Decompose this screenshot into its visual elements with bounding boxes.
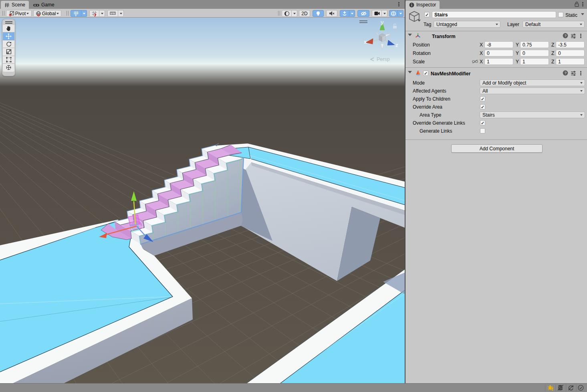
- navmesh-override-area-checkbox[interactable]: ✓: [480, 104, 485, 109]
- navmesh-area-type-dropdown[interactable]: Stairs: [480, 111, 585, 118]
- scale-link-icon[interactable]: [472, 59, 478, 64]
- navmesh-mode-dropdown[interactable]: Add or Modify object: [480, 79, 585, 86]
- eye-slash-icon: [361, 11, 367, 16]
- transform-scale-y-field[interactable]: 1: [520, 58, 549, 65]
- transform-help-icon[interactable]: ?: [563, 33, 568, 38]
- rect-tool[interactable]: [3, 56, 14, 64]
- pivot-label: Pivot: [15, 11, 26, 16]
- navmesh-presets-icon[interactable]: [571, 71, 576, 76]
- axis-x-label: X: [480, 59, 483, 65]
- navmesh-affected-agents-dropdown[interactable]: All: [480, 87, 585, 94]
- navmesh-override-generate-links-checkbox[interactable]: ✓: [480, 120, 485, 125]
- status-bar: [0, 383, 587, 392]
- gizmo-center-cube: [379, 34, 385, 42]
- inspector-menu-icon[interactable]: [582, 2, 583, 7]
- grid-visibility-button[interactable]: Y: [71, 10, 81, 17]
- navmesh-foldout[interactable]: [408, 71, 412, 73]
- tab-inspector[interactable]: Inspector: [405, 1, 440, 9]
- draw-mode-button[interactable]: [282, 10, 292, 17]
- gameobject-name-field[interactable]: Stairs: [432, 11, 556, 18]
- toolbar-drag-handle2[interactable]: [67, 11, 69, 16]
- tools-grip-icon[interactable]: [5, 21, 12, 24]
- effects-icon: [342, 11, 347, 16]
- move-tool[interactable]: [3, 32, 14, 40]
- scale-tool-icon: [6, 49, 12, 55]
- persp-indicator: Persp: [371, 57, 390, 62]
- grid-snap-button[interactable]: [89, 10, 99, 17]
- unity-editor-window: { "scene_panel": { "tabs": [ { "label": …: [0, 0, 587, 392]
- add-component-button[interactable]: Add Component: [451, 144, 543, 153]
- shaded-mode-icon: [284, 11, 290, 16]
- rect-tool-icon: [6, 57, 12, 63]
- inspector-panel: Inspector ✓ Stairs Static Tag Untagged L…: [405, 0, 587, 383]
- scene-tab-menu-icon[interactable]: [398, 2, 399, 7]
- transform-rotation-x-field[interactable]: 0: [484, 50, 513, 57]
- snap-increment-dropdown[interactable]: [118, 10, 124, 17]
- auto-refresh-icon[interactable]: [568, 385, 574, 391]
- svg-text:?: ?: [564, 33, 567, 38]
- toolbar-drag-handle[interactable]: [2, 11, 4, 16]
- 2d-toggle-button[interactable]: 2D: [299, 10, 310, 17]
- gameobject-name: Stairs: [434, 12, 448, 18]
- grid-snap-dropdown[interactable]: [99, 10, 105, 17]
- navmesh-generate-links-checkbox[interactable]: [480, 128, 485, 133]
- dropdown-caret-icon: [580, 90, 583, 92]
- gameobject-active-checkbox[interactable]: ✓: [424, 12, 430, 17]
- orientation-gizmo[interactable]: y x z Persp: [359, 16, 407, 68]
- 2d-label: 2D: [301, 11, 307, 16]
- audio-toggle-button[interactable]: [326, 10, 337, 17]
- transform-presets-icon[interactable]: [571, 33, 576, 38]
- transform-position-y-field[interactable]: 0.75: [520, 41, 549, 48]
- progress-check-icon[interactable]: [578, 385, 584, 391]
- transform-rotation-z-field[interactable]: 0: [556, 50, 585, 57]
- navmesh-menu-icon[interactable]: [580, 71, 581, 76]
- inspector-lock-icon[interactable]: [575, 2, 579, 7]
- gameobject-icon-dropdown[interactable]: [418, 20, 421, 22]
- global-mode-button[interactable]: Global: [33, 10, 61, 17]
- navmesh-apply-to-children-checkbox[interactable]: ✓: [480, 96, 485, 101]
- layer-dropdown[interactable]: Default: [522, 21, 585, 28]
- cache-server-icon[interactable]: [557, 385, 564, 391]
- debugger-bug-icon[interactable]: [547, 385, 553, 391]
- snap-increment-button[interactable]: [107, 10, 118, 17]
- separator: [576, 384, 577, 392]
- draw-mode-dropdown[interactable]: [292, 10, 297, 17]
- rotate-tool-icon: [6, 41, 12, 47]
- audio-mute-icon: [329, 11, 335, 16]
- navmesh-field-label: Mode: [413, 80, 425, 86]
- axis-z-label: z: [395, 42, 398, 48]
- pivot-mode-button[interactable]: Pivot: [6, 10, 32, 17]
- tab-game[interactable]: Game: [30, 1, 58, 9]
- effects-toggle-button[interactable]: [340, 10, 349, 17]
- lighting-toggle-button[interactable]: [313, 10, 324, 17]
- transform-menu-icon[interactable]: [580, 34, 581, 38]
- navmesh-enabled-checkbox[interactable]: ✓: [423, 71, 428, 76]
- dropdown-caret-icon: [56, 13, 59, 14]
- view-hand-tool[interactable]: [3, 25, 14, 33]
- snap-increment-icon: [110, 11, 116, 16]
- transform-scale-z-field[interactable]: 1: [556, 58, 585, 65]
- navmesh-title: NavMeshModifier: [431, 71, 470, 77]
- rotate-tool[interactable]: [3, 40, 14, 48]
- transform-foldout[interactable]: [408, 34, 412, 36]
- effects-dropdown[interactable]: [349, 10, 355, 17]
- tab-scene[interactable]: Scene: [1, 1, 29, 9]
- transform-tool[interactable]: [3, 64, 14, 72]
- add-component-label: Add Component: [480, 146, 514, 152]
- transform-position-z-field[interactable]: -3.5: [556, 41, 585, 48]
- dropdown-caret-icon: [580, 24, 582, 25]
- scale-tool[interactable]: [3, 48, 14, 56]
- navmesh-help-icon[interactable]: ?: [563, 70, 568, 76]
- scene-3d-render[interactable]: [0, 18, 405, 383]
- inspector-tabbar: Inspector: [405, 0, 587, 9]
- axis-y-label: y: [381, 19, 384, 25]
- transform-rotation-y-field[interactable]: 0: [520, 50, 549, 57]
- transform-position-x-field[interactable]: -8: [484, 41, 513, 48]
- static-dropdown[interactable]: [581, 13, 584, 15]
- grid-visibility-dropdown[interactable]: [81, 10, 87, 17]
- layer-label: Layer: [507, 22, 519, 27]
- tag-dropdown[interactable]: Untagged: [434, 21, 500, 28]
- static-checkbox[interactable]: [558, 12, 563, 17]
- toolbar-drag-handle3[interactable]: [278, 11, 280, 16]
- transform-scale-x-field[interactable]: 1: [484, 58, 513, 65]
